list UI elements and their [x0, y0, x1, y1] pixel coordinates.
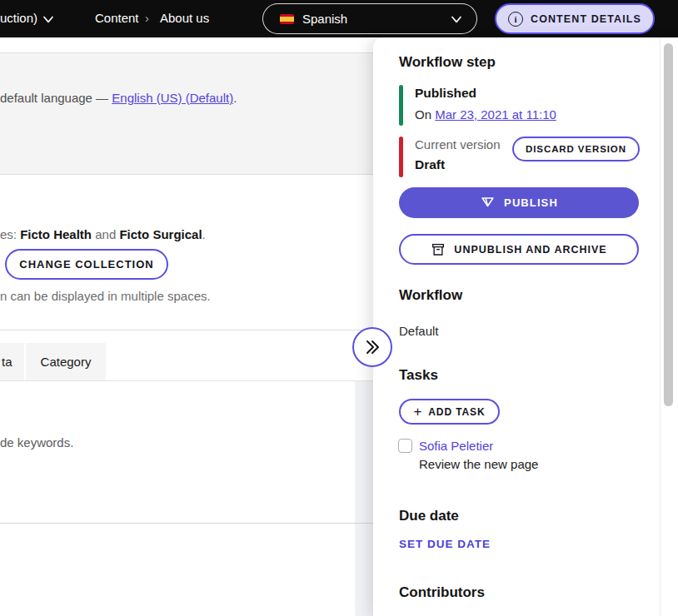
breadcrumb-content[interactable]: Content: [95, 11, 139, 25]
content-gutter: [355, 381, 373, 616]
top-bar: uction) Content › About us Spanish i CON…: [0, 0, 678, 37]
change-collection-button[interactable]: CHANGE COLLECTION: [5, 249, 168, 280]
banner-text-suffix: .: [233, 91, 237, 105]
published-date-link[interactable]: Mar 23, 2021 at 11:10: [435, 107, 556, 122]
add-task-label: ADD TASK: [428, 406, 485, 418]
content-details-button[interactable]: i CONTENT DETAILS: [495, 3, 655, 34]
spanish-flag-icon: [280, 14, 294, 24]
workflow-step-heading: Workflow step: [399, 54, 496, 71]
collection-note: n can be displayed in multiple spaces.: [0, 289, 211, 303]
paper-plane-icon: [480, 195, 496, 211]
content-details-sidebar: Workflow step Published On Mar 23, 2021 …: [373, 37, 678, 616]
default-language-link[interactable]: English (US) (Default): [112, 91, 233, 105]
tab-category[interactable]: Category: [26, 343, 106, 380]
set-due-date-button[interactable]: SET DUE DATE: [399, 538, 491, 550]
app-screen: uction) Content › About us Spanish i CON…: [0, 0, 678, 616]
publish-button[interactable]: PUBLISH: [399, 187, 639, 218]
published-step-label: Published: [415, 86, 476, 101]
banner-text-prefix: default language —: [0, 91, 112, 105]
unpublish-and-archive-button[interactable]: UNPUBLISH AND ARCHIVE: [399, 234, 639, 265]
published-date-line: On Mar 23, 2021 at 11:10: [415, 107, 556, 122]
plus-icon: +: [413, 405, 422, 419]
due-date-heading: Due date: [399, 508, 459, 524]
tab-metadata-label: ta: [2, 355, 12, 369]
tab-category-label: Category: [41, 355, 92, 369]
workflow-value: Default: [399, 324, 439, 338]
draft-step-label: Draft: [415, 157, 445, 172]
collection-spaces-line: es: Ficto Health and Ficto Surgical.: [0, 227, 206, 241]
breadcrumb-separator-icon: ›: [145, 11, 149, 25]
collection-line-prefix: es:: [0, 227, 20, 241]
scrollbar-track-border: [660, 37, 661, 616]
unpublish-button-label: UNPUBLISH AND ARCHIVE: [454, 244, 606, 256]
scrollbar-thumb[interactable]: [664, 43, 673, 406]
draft-step-bar: [399, 137, 403, 177]
workflow-heading: Workflow: [399, 287, 462, 304]
chevron-down-icon[interactable]: [40, 11, 57, 27]
published-on-prefix: On: [415, 107, 435, 122]
archive-box-icon: [431, 242, 446, 257]
language-selector-label: Spanish: [302, 12, 448, 26]
info-icon: i: [508, 12, 523, 27]
collection-line-suffix: .: [202, 227, 206, 241]
current-version-label: Current version: [415, 137, 501, 152]
divider: [0, 330, 373, 330]
environment-selector-label[interactable]: uction): [0, 11, 37, 25]
contributors-heading: Contributors: [399, 584, 485, 601]
published-step-bar: [399, 85, 403, 126]
task-assignee-link[interactable]: Sofia Peletier: [419, 439, 493, 453]
default-language-banner: default language — English (US) (Default…: [0, 52, 373, 175]
divider: [0, 523, 373, 524]
banner-text: default language — English (US) (Default…: [0, 91, 237, 105]
keywords-note: de keywords.: [0, 435, 73, 450]
task-checkbox[interactable]: [398, 439, 412, 453]
breadcrumb-about-us: About us: [160, 11, 209, 25]
language-selector[interactable]: Spanish: [262, 3, 477, 34]
collapse-sidebar-button[interactable]: [352, 327, 392, 367]
space-name-ficto-health: Ficto Health: [20, 227, 92, 241]
publish-button-label: PUBLISH: [504, 196, 558, 209]
tasks-heading: Tasks: [399, 367, 438, 384]
content-details-label: CONTENT DETAILS: [531, 13, 641, 25]
chevron-down-icon: [448, 11, 465, 27]
task-description: Review the new page: [419, 457, 538, 471]
tab-metadata[interactable]: ta: [0, 343, 24, 380]
space-name-ficto-surgical: Ficto Surgical: [119, 227, 202, 241]
add-task-button[interactable]: + ADD TASK: [399, 399, 500, 425]
double-chevron-right-icon: [362, 337, 382, 357]
collection-line-mid: and: [92, 227, 119, 241]
discard-version-button[interactable]: DISCARD VERSION: [512, 137, 640, 161]
divider: [0, 380, 373, 381]
